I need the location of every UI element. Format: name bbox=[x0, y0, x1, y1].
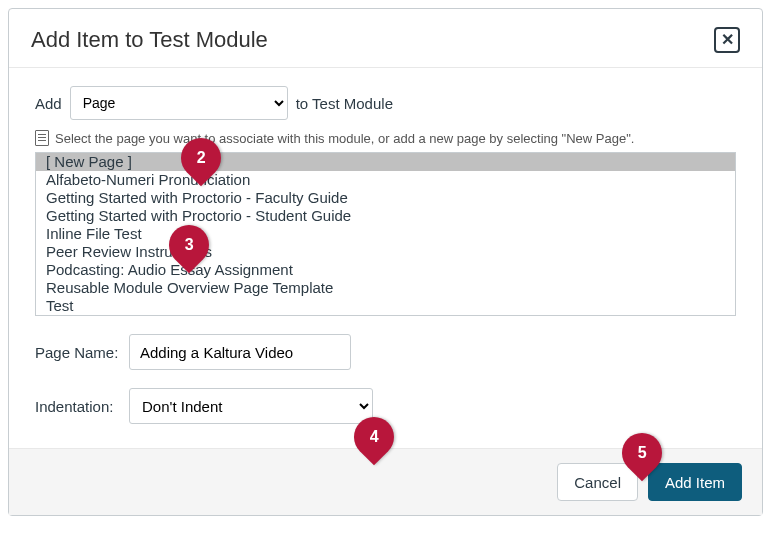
close-button[interactable]: ✕ bbox=[714, 27, 740, 53]
list-item[interactable]: Podcasting: Audio Essay Assignment bbox=[36, 261, 735, 279]
add-type-row: Add Page to Test Module bbox=[35, 86, 736, 120]
close-icon: ✕ bbox=[721, 32, 734, 48]
list-item[interactable]: Alfabeto-Numeri Pronunciation bbox=[36, 171, 735, 189]
list-item[interactable]: Reusable Module Overview Page Template bbox=[36, 279, 735, 297]
page-list[interactable]: [ New Page ] Alfabeto-Numeri Pronunciati… bbox=[35, 152, 736, 316]
page-name-label: Page Name: bbox=[35, 344, 121, 361]
list-item[interactable]: Getting Started with Proctorio - Faculty… bbox=[36, 189, 735, 207]
document-icon bbox=[35, 130, 49, 146]
helper-text: Select the page you want to associate wi… bbox=[55, 131, 634, 146]
add-suffix-label: to Test Module bbox=[296, 95, 393, 112]
list-item[interactable]: [ New Page ] bbox=[36, 153, 735, 171]
add-item-button[interactable]: Add Item bbox=[648, 463, 742, 501]
modal-footer: 5 Cancel Add Item bbox=[9, 448, 762, 515]
indentation-row: Indentation: Don't Indent bbox=[35, 388, 736, 424]
page-name-row: Page Name: bbox=[35, 334, 736, 370]
modal-header: Add Item to Test Module ✕ bbox=[9, 9, 762, 68]
helper-row: Select the page you want to associate wi… bbox=[35, 130, 736, 146]
list-item[interactable]: Inline File Test bbox=[36, 225, 735, 243]
modal-title: Add Item to Test Module bbox=[31, 27, 268, 53]
item-type-select[interactable]: Page bbox=[70, 86, 288, 120]
modal-body: Add Page to Test Module Select the page … bbox=[9, 68, 762, 448]
add-prefix-label: Add bbox=[35, 95, 62, 112]
list-item[interactable]: Getting Started with Proctorio - Student… bbox=[36, 207, 735, 225]
list-item[interactable]: Test bbox=[36, 297, 735, 315]
cancel-button[interactable]: Cancel bbox=[557, 463, 638, 501]
add-item-modal: Add Item to Test Module ✕ Add Page to Te… bbox=[8, 8, 763, 516]
list-item[interactable]: Peer Review Instructions bbox=[36, 243, 735, 261]
indentation-label: Indentation: bbox=[35, 398, 121, 415]
page-name-input[interactable] bbox=[129, 334, 351, 370]
indentation-select[interactable]: Don't Indent bbox=[129, 388, 373, 424]
